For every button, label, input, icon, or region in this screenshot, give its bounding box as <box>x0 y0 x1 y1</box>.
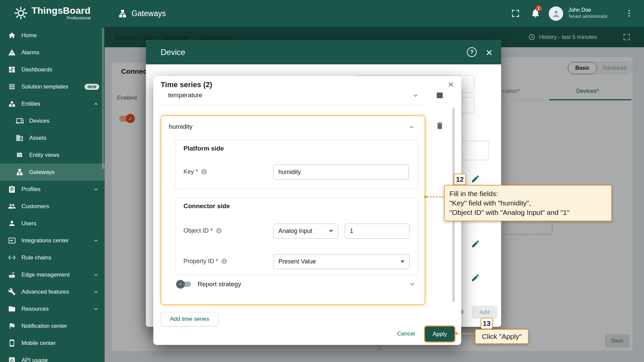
add-time-series-button[interactable]: Add time series <box>161 312 218 326</box>
advanced-features-icon <box>8 288 16 296</box>
key-input[interactable] <box>273 165 409 180</box>
object-type-value: Analog Input <box>278 228 312 235</box>
sidebar-item-label: Assets <box>29 135 99 141</box>
chevron-up-icon[interactable] <box>408 123 415 131</box>
sidebar-item-label: Gateways <box>29 169 99 176</box>
fullscreen-icon[interactable] <box>511 9 520 18</box>
sidebar-item-profiles[interactable]: Profiles <box>0 181 105 198</box>
home-icon <box>8 32 16 39</box>
object-id-input[interactable] <box>345 224 410 239</box>
integrations-center-icon <box>8 237 16 244</box>
edit-pencil-icon[interactable] <box>471 239 480 248</box>
cancel-button[interactable]: Cancel <box>397 330 415 337</box>
property-id-select[interactable]: Present Value <box>273 254 410 269</box>
notification-badge: 1 <box>536 5 542 11</box>
property-id-label: Property ID * <box>183 258 227 265</box>
object-id-label-text: Object ID * <box>183 227 213 234</box>
sidebar-item-advanced-features[interactable]: Advanced features <box>0 283 105 300</box>
annotation-12-line3: "Object ID" with "Analog Input" and "1" <box>449 208 606 217</box>
time-series-close-icon[interactable]: × <box>448 79 454 90</box>
temperature-item-label[interactable]: temperature <box>168 92 202 99</box>
sidebar-item-label: Profiles <box>21 186 93 193</box>
kebab-menu-icon[interactable] <box>625 9 634 18</box>
sidebar-item-label: Notification center <box>21 323 99 329</box>
time-series-title: Time series (2) <box>161 80 212 89</box>
annotation-13-badge: 13 <box>481 318 493 329</box>
thingsboard-gear-icon <box>13 6 28 20</box>
sidebar-item-label: Advanced features <box>21 289 93 295</box>
device-dialog-close-icon[interactable]: × <box>486 47 492 58</box>
sidebar-item-home[interactable]: Home <box>0 27 105 44</box>
toggle-minus-icon <box>176 280 185 289</box>
resources-icon <box>8 305 16 313</box>
edit-pencil-icon[interactable] <box>471 273 480 282</box>
notification-center-icon <box>8 322 16 330</box>
gateways-icon <box>118 9 127 18</box>
sidebar-item-resources[interactable]: Resources <box>0 300 105 317</box>
chevron-down-icon <box>93 186 99 193</box>
temperature-item-divider <box>161 105 425 105</box>
key-label-text: Key * <box>183 168 198 175</box>
annotation-12-connector <box>427 196 444 197</box>
report-strategy-toggle[interactable] <box>177 282 191 287</box>
sidebar-item-integrations-center[interactable]: Integrations center <box>0 232 105 249</box>
alarms-icon <box>8 49 16 56</box>
person-icon <box>551 9 561 19</box>
avatar[interactable] <box>549 6 563 21</box>
sidebar-item-edge-management[interactable]: Edge management <box>0 266 105 283</box>
sidebar-item-label: Customers <box>21 203 99 210</box>
user-menu[interactable]: John Doe Tenant administrator <box>568 6 608 19</box>
chevron-down-icon <box>93 272 99 278</box>
delete-humidity-icon[interactable] <box>435 121 444 130</box>
sidebar-item-alarms[interactable]: Alarms <box>0 44 105 61</box>
humidity-item-label[interactable]: humidity <box>169 123 193 130</box>
time-series-panel: Time series (2) × temperature humidity P… <box>153 76 461 345</box>
delete-temperature-icon[interactable] <box>437 93 443 98</box>
rule-chains-icon <box>8 254 16 261</box>
sidebar-item-customers[interactable]: Customers <box>0 198 105 215</box>
chevron-down-icon[interactable] <box>409 281 416 288</box>
apply-button[interactable]: Apply <box>425 326 454 342</box>
sidebar-item-label: Integrations center <box>21 237 93 244</box>
annotation-12-line1: Fill in the fields: <box>449 189 606 198</box>
edge-management-icon <box>8 271 16 279</box>
info-icon <box>216 228 222 234</box>
sidebar-item-mobile-center[interactable]: Mobile center <box>0 335 105 352</box>
sidebar-item-gateways[interactable]: Gateways <box>0 164 105 181</box>
notifications-bell-icon[interactable]: 1 <box>531 8 540 18</box>
sidebar-item-devices[interactable]: Devices <box>0 112 105 129</box>
report-strategy-label: Report strategy <box>198 281 241 288</box>
property-id-value: Present Value <box>278 258 316 265</box>
info-icon <box>201 169 207 175</box>
thingsboard-logo[interactable]: ThingsBoard Professional <box>13 6 91 20</box>
device-add-button[interactable]: Add <box>472 306 497 319</box>
annotation-13-tooltip: Click "Apply" <box>475 329 529 344</box>
object-type-select[interactable]: Analog Input <box>273 224 338 239</box>
solution-templates-icon <box>8 83 16 90</box>
property-id-label-text: Property ID * <box>183 258 218 265</box>
sidebar-item-notification-center[interactable]: Notification center <box>0 317 105 335</box>
api-usage-icon <box>8 356 16 362</box>
sidebar-item-api-usage[interactable]: API usage <box>0 352 105 362</box>
chevron-down-icon[interactable] <box>412 92 419 99</box>
assets-icon <box>16 134 23 142</box>
sidebar-item-dashboards[interactable]: Dashboards <box>0 61 105 78</box>
mobile-center-icon <box>8 339 16 347</box>
sidebar-item-entities[interactable]: Entities <box>0 95 105 112</box>
annotation-13-connector <box>457 333 475 334</box>
sidebar-item-assets[interactable]: Assets <box>0 129 105 146</box>
sidebar-item-solution-templates[interactable]: Solution templatesNEW <box>0 78 105 95</box>
user-role: Tenant administrator <box>568 14 608 19</box>
chevron-down-icon <box>93 306 99 312</box>
help-icon[interactable]: ? <box>467 47 477 57</box>
info-icon <box>221 258 227 264</box>
sidebar-item-users[interactable]: Users <box>0 215 105 232</box>
sidebar-item-entity-views[interactable]: Entity views <box>0 146 105 164</box>
sidebar-item-label: Rule chains <box>21 254 99 261</box>
sidebar-item-rule-chains[interactable]: Rule chains <box>0 249 105 266</box>
edit-pencil-icon[interactable] <box>471 174 480 183</box>
connector-side-title: Connector side <box>183 202 230 210</box>
page-title: Gateways <box>131 9 166 18</box>
platform-side-group: Platform side Key * <box>175 140 418 189</box>
chevron-down-icon <box>93 289 99 295</box>
